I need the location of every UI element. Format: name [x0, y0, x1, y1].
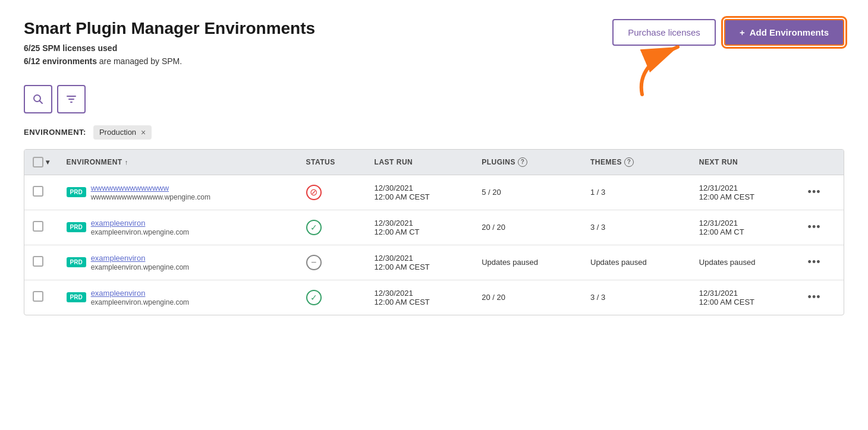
- row-check-cell: [24, 175, 58, 210]
- col-check: ▾: [24, 150, 58, 175]
- next-run-time: 12:00 AM CT: [699, 227, 744, 236]
- row-check-cell: [24, 280, 58, 315]
- row-env-cell: PRD exampleenviron exampleenviron.wpengi…: [58, 210, 298, 245]
- table-header-row: ▾ ENVIRONMENT ↑ STATUS LAST RUN: [24, 150, 844, 175]
- filter-tag-production: Production ×: [93, 125, 152, 140]
- plugins-value: 20 / 20: [482, 223, 505, 232]
- row-themes-cell: 1 / 3: [582, 175, 691, 210]
- row-env-cell: PRD exampleenviron exampleenviron.wpengi…: [58, 280, 298, 315]
- last-run-date: 12/30/2021: [375, 289, 413, 298]
- row-checkbox[interactable]: [33, 186, 43, 197]
- col-plugins: PLUGINS ?: [473, 150, 582, 175]
- next-run-date: 12/31/2021: [699, 184, 738, 192]
- next-run-date: 12/31/2021: [699, 219, 738, 227]
- subtitle: 6/25 SPM licenses used 6/12 environments…: [24, 42, 315, 68]
- row-last-run-cell: 12/30/2021 12:00 AM CT: [366, 210, 474, 245]
- row-check-cell: [24, 245, 58, 280]
- env-url: exampleenviron.wpengine.com: [91, 263, 189, 271]
- row-checkbox[interactable]: [33, 221, 43, 232]
- table-row: PRD wwwwwwwwwwwwww wwwwwwwwwwwwww.wpengi…: [24, 175, 844, 210]
- col-environment-label: ENVIRONMENT: [67, 158, 122, 166]
- sort-icon[interactable]: ▾: [46, 158, 50, 166]
- row-checkbox[interactable]: [33, 256, 43, 267]
- row-more-button[interactable]: •••: [808, 256, 821, 268]
- filter-tag-remove[interactable]: ×: [141, 128, 146, 137]
- plugins-help-icon[interactable]: ?: [518, 157, 527, 167]
- row-last-run-cell: 12/30/2021 12:00 AM CEST: [366, 280, 474, 315]
- row-next-run-cell: 12/31/202112:00 AM CEST: [691, 280, 800, 315]
- prd-badge: PRD: [67, 222, 86, 232]
- table-row: PRD exampleenviron exampleenviron.wpengi…: [24, 210, 844, 245]
- row-env-cell: PRD wwwwwwwwwwwwww wwwwwwwwwwwwww.wpengi…: [58, 175, 298, 210]
- row-status-cell: ⊘: [298, 175, 366, 210]
- env-name-link[interactable]: wwwwwwwwwwwwww: [91, 184, 210, 192]
- row-more-button[interactable]: •••: [808, 221, 821, 233]
- row-plugins-cell: 5 / 20: [473, 175, 582, 210]
- environment-sort-arrow[interactable]: ↑: [125, 159, 128, 166]
- prd-badge: PRD: [67, 257, 86, 267]
- row-themes-cell: Updates paused: [582, 245, 691, 280]
- next-run-date: 12/31/2021: [699, 289, 738, 298]
- col-themes: THEMES ?: [582, 150, 691, 175]
- row-env-cell: PRD exampleenviron exampleenviron.wpengi…: [58, 245, 298, 280]
- plugins-value: 5 / 20: [482, 188, 501, 197]
- filter-icon: [65, 93, 77, 105]
- env-name-link[interactable]: exampleenviron: [91, 219, 189, 227]
- page-header: Smart Plugin Manager Environments 6/25 S…: [24, 19, 844, 68]
- row-actions-cell: •••: [800, 280, 844, 315]
- themes-value: 3 / 3: [590, 293, 605, 302]
- table-row: PRD exampleenviron exampleenviron.wpengi…: [24, 245, 844, 280]
- prd-badge: PRD: [67, 187, 86, 197]
- env-url: exampleenviron.wpengine.com: [91, 228, 189, 236]
- search-icon: [32, 93, 44, 105]
- filter-label: ENVIRONMENT:: [24, 128, 86, 137]
- last-run-time: 12:00 AM CEST: [375, 298, 430, 306]
- row-status-cell: ✓: [298, 210, 366, 245]
- purchase-licenses-button[interactable]: Purchase licenses: [612, 19, 716, 46]
- col-plugins-label: PLUGINS: [482, 158, 515, 166]
- prd-badge: PRD: [67, 292, 86, 302]
- row-more-button[interactable]: •••: [808, 291, 821, 303]
- themes-help-icon[interactable]: ?: [624, 157, 634, 167]
- status-ok-icon: ✓: [306, 290, 322, 305]
- last-run-time: 12:00 AM CEST: [375, 192, 430, 201]
- env-text: exampleenviron exampleenviron.wpengine.c…: [91, 254, 189, 271]
- row-checkbox[interactable]: [33, 291, 43, 302]
- col-themes-label: THEMES: [590, 158, 622, 166]
- env-name-link[interactable]: exampleenviron: [91, 289, 189, 298]
- header-left: Smart Plugin Manager Environments 6/25 S…: [24, 19, 315, 68]
- row-next-run-cell: 12/31/202112:00 AM CT: [691, 210, 800, 245]
- row-actions-cell: •••: [800, 175, 844, 210]
- licenses-used: 6/25 SPM licenses used: [24, 43, 117, 53]
- env-url: wwwwwwwwwwwwww.wpengine.com: [91, 193, 210, 201]
- filter-row: ENVIRONMENT: Production ×: [24, 125, 844, 140]
- add-environments-label: Add Environments: [750, 27, 829, 37]
- status-ok-icon: ✓: [306, 220, 322, 235]
- env-name-link[interactable]: exampleenviron: [91, 254, 189, 263]
- col-last-run-label: LAST RUN: [375, 158, 413, 166]
- header-checkbox[interactable]: [33, 157, 43, 167]
- next-run-paused: Updates paused: [699, 258, 756, 267]
- plugins-paused: Updates paused: [482, 258, 538, 267]
- add-plus-icon: +: [740, 27, 745, 37]
- page-container: Smart Plugin Manager Environments 6/25 S…: [0, 0, 868, 334]
- search-button[interactable]: [24, 85, 52, 113]
- col-last-run: LAST RUN: [366, 150, 474, 175]
- last-run-time: 12:00 AM CT: [375, 227, 420, 236]
- last-run-date: 12/30/2021: [375, 219, 413, 227]
- row-plugins-cell: 20 / 20: [473, 210, 582, 245]
- add-environments-button[interactable]: + Add Environments: [724, 19, 844, 46]
- filter-button[interactable]: [57, 85, 86, 113]
- row-more-button[interactable]: •••: [808, 186, 821, 198]
- col-status: STATUS: [298, 150, 366, 175]
- themes-paused: Updates paused: [590, 258, 647, 267]
- themes-value: 3 / 3: [590, 223, 605, 232]
- row-plugins-cell: Updates paused: [473, 245, 582, 280]
- row-plugins-cell: 20 / 20: [473, 280, 582, 315]
- table-row: PRD exampleenviron exampleenviron.wpengi…: [24, 280, 844, 315]
- header-right: Purchase licenses + Add Environments: [612, 19, 844, 46]
- envs-managed: 6/12 environments are managed by SPM.: [24, 56, 182, 66]
- col-next-run: NEXT RUN: [691, 150, 800, 175]
- row-actions-cell: •••: [800, 210, 844, 245]
- col-actions: [800, 150, 844, 175]
